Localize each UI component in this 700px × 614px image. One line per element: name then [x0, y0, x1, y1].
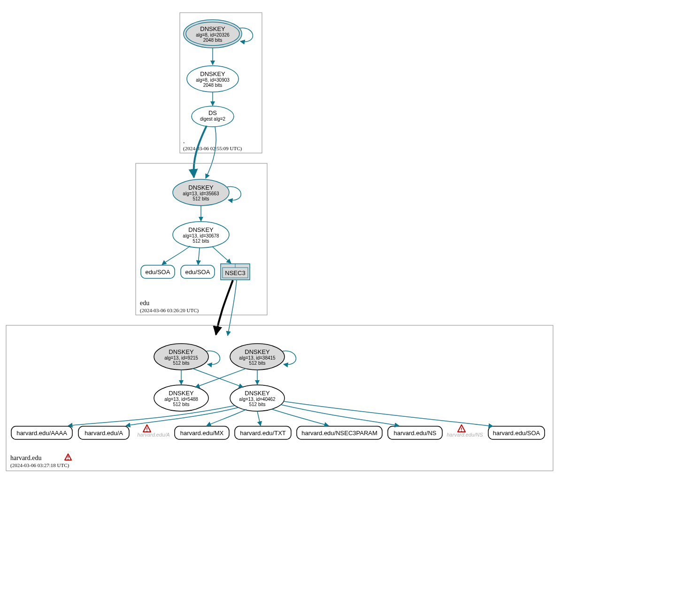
zone-harvard-timestamp: (2024-03-06 03:27:18 UTC) [10, 462, 69, 468]
edge-edu-zsk-soa1 [162, 246, 190, 265]
svg-text:DNSKEY: DNSKEY [200, 70, 225, 77]
node-root-zsk: DNSKEY alg=8, id=30903 2048 bits [187, 66, 238, 92]
zone-root-timestamp: (2024-03-06 02:55:09 UTC) [183, 146, 242, 152]
edge-edu-harvard-bold [216, 280, 233, 335]
svg-text:2048 bits: 2048 bits [203, 38, 223, 43]
svg-text:alg=13, id=30678: alg=13, id=30678 [183, 233, 219, 238]
svg-text:digest alg=2: digest alg=2 [200, 116, 226, 122]
node-h-zsk1: DNSKEY alg=13, id=5488 512 bits [154, 385, 208, 411]
svg-text:harvard.edu/NSEC3PARAM: harvard.edu/NSEC3PARAM [301, 430, 377, 437]
node-h-ns-warn: ! harvard.edu/NS [446, 425, 483, 437]
edge-hzsk2-mx [207, 409, 246, 426]
zone-edu-timestamp: (2024-03-06 03:26:20 UTC) [140, 307, 199, 314]
svg-text:!: ! [67, 455, 69, 460]
svg-text:harvard.edu/MX: harvard.edu/MX [180, 430, 224, 437]
svg-text:alg=8, id=30903: alg=8, id=30903 [196, 77, 230, 83]
node-h-a: harvard.edu/A [78, 426, 129, 439]
node-edu-soa1: edu/SOA [141, 265, 175, 278]
node-edu-nsec3: NSEC3 [221, 264, 250, 280]
svg-text:DNSKEY: DNSKEY [188, 184, 214, 191]
zone-edu: edu (2024-03-06 03:26:20 UTC) DNSKEY alg… [136, 163, 267, 315]
dnssec-graph: . (2024-03-06 02:55:09 UTC) DNSKEY alg=8… [0, 0, 700, 614]
svg-text:512 bits: 512 bits [173, 402, 189, 407]
node-h-ksk2: DNSKEY alg=13, id=38415 512 bits [230, 344, 296, 370]
svg-text:harvard.edu/SOA: harvard.edu/SOA [493, 430, 540, 437]
zone-root-label: . [183, 138, 185, 145]
node-h-aaaa: harvard.edu/AAAA [11, 426, 72, 439]
zone-harvard-warn-icon: ! [65, 454, 71, 460]
node-h-a-warn: ! harvard.edu/A [137, 425, 169, 437]
svg-text:harvard.edu/AAAA: harvard.edu/AAAA [16, 430, 67, 437]
svg-text:DNSKEY: DNSKEY [169, 390, 194, 397]
svg-text:512 bits: 512 bits [192, 238, 209, 244]
edge-hzsk2-nsec3p [272, 409, 329, 426]
node-h-nsec3param: harvard.edu/NSEC3PARAM [297, 426, 382, 439]
node-edu-soa2: edu/SOA [181, 265, 215, 278]
zone-harvard: harvard.edu (2024-03-06 03:27:18 UTC) ! … [6, 325, 553, 471]
svg-text:DS: DS [208, 109, 217, 116]
zone-edu-label: edu [140, 299, 149, 307]
svg-text:DNSKEY: DNSKEY [169, 348, 194, 355]
svg-text:512 bits: 512 bits [173, 361, 189, 366]
svg-text:alg=13, id=35663: alg=13, id=35663 [183, 191, 219, 196]
svg-text:alg=13, id=5488: alg=13, id=5488 [164, 397, 198, 402]
svg-text:512 bits: 512 bits [249, 361, 265, 366]
svg-text:DNSKEY: DNSKEY [188, 226, 214, 233]
svg-text:512 bits: 512 bits [192, 196, 209, 201]
node-root-ksk: DNSKEY alg=8, id=20326 2048 bits [184, 20, 253, 48]
svg-text:harvard.edu/NS: harvard.edu/NS [446, 432, 483, 437]
edge-root-edu-bold [193, 126, 207, 177]
svg-text:alg=13, id=9215: alg=13, id=9215 [164, 355, 198, 361]
svg-text:alg=8, id=20326: alg=8, id=20326 [196, 32, 230, 38]
node-edu-zsk: DNSKEY alg=13, id=30678 512 bits [173, 222, 229, 248]
svg-text:harvard.edu/TXT: harvard.edu/TXT [240, 430, 286, 437]
node-h-soa: harvard.edu/SOA [488, 426, 545, 439]
svg-text:DNSKEY: DNSKEY [200, 25, 225, 32]
svg-text:2048 bits: 2048 bits [203, 83, 223, 88]
svg-text:harvard.edu/A: harvard.edu/A [85, 430, 123, 437]
edge-hzsk2-soa [284, 401, 493, 426]
svg-text:DNSKEY: DNSKEY [245, 390, 270, 397]
edge-root-edu-thin [206, 127, 216, 178]
zone-root: . (2024-03-06 02:55:09 UTC) DNSKEY alg=8… [180, 13, 262, 153]
edge-hzsk2-txt [257, 411, 261, 426]
node-h-ns: harvard.edu/NS [388, 426, 442, 439]
edge-edu-zsk-nsec3 [212, 246, 231, 263]
node-h-ksk1: DNSKEY alg=13, id=9215 512 bits [154, 344, 220, 370]
svg-text:alg=13, id=38415: alg=13, id=38415 [239, 355, 276, 361]
svg-text:512 bits: 512 bits [249, 402, 265, 407]
svg-text:NSEC3: NSEC3 [225, 269, 245, 276]
edge-hksk1-hzsk2 [192, 368, 243, 387]
svg-text:alg=13, id=40462: alg=13, id=40462 [239, 397, 276, 402]
edge-hzsk2-aaaa [68, 406, 235, 426]
svg-text:DNSKEY: DNSKEY [245, 348, 270, 355]
svg-text:edu/SOA: edu/SOA [146, 269, 170, 276]
zone-harvard-label: harvard.edu [10, 454, 41, 461]
svg-text:edu/SOA: edu/SOA [185, 269, 210, 276]
node-root-ds: DS digest alg=2 [192, 106, 234, 127]
node-h-mx: harvard.edu/MX [175, 426, 229, 439]
svg-text:harvard.edu/NS: harvard.edu/NS [393, 430, 436, 437]
edge-hzsk2-ns [281, 405, 399, 426]
edge-hksk2-hzsk1 [195, 368, 246, 387]
node-edu-ksk: DNSKEY alg=13, id=35663 512 bits [173, 179, 241, 206]
svg-text:harvard.edu/A: harvard.edu/A [137, 432, 169, 437]
edge-edu-zsk-soa2 [198, 248, 200, 265]
node-h-txt: harvard.edu/TXT [235, 426, 291, 439]
